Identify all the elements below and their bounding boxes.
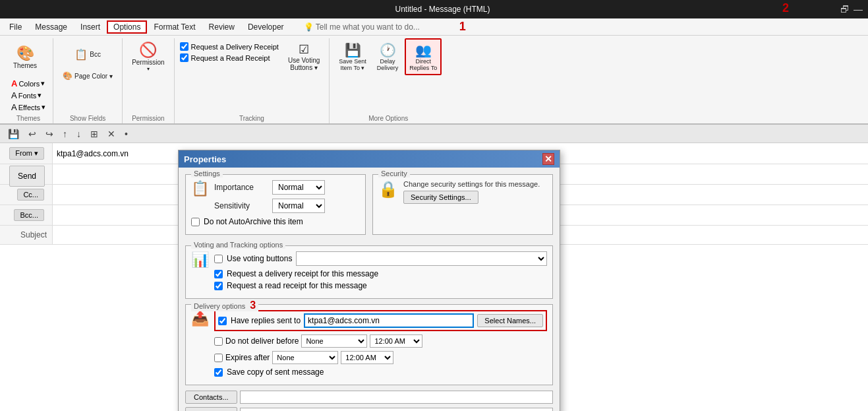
use-voting-checkbox[interactable] [214, 255, 223, 263]
delay-delivery-button[interactable]: 🕐 Delay Delivery [373, 38, 403, 75]
contacts-input[interactable] [240, 391, 553, 404]
close-quick-btn[interactable]: ✕ [105, 127, 118, 141]
themes-button[interactable]: 🎨 Themes [9, 38, 41, 75]
dialog-body: Settings 📋 Importance Normal Low High [179, 168, 560, 411]
ribbon: 🎨 Themes A Colors ▾ A Fonts ▾ A Effects … [0, 36, 868, 125]
delivery-section: Delivery options 3 📤 Have replies sent t… [185, 304, 553, 385]
bcc-button[interactable]: 📋 Bcc [59, 41, 117, 67]
have-replies-row: Have replies sent to Select Names... [214, 310, 547, 331]
restore-button[interactable]: 🗗 [840, 4, 850, 15]
autoarchive-checkbox[interactable] [191, 218, 200, 226]
settings-icon: 📋 [191, 180, 209, 197]
expires-after-date-select[interactable]: None [272, 351, 338, 364]
ribbon-group-themes: 🎨 Themes A Colors ▾ A Fonts ▾ A Effects … [4, 38, 53, 123]
voting-buttons-select[interactable] [296, 251, 547, 266]
menu-options[interactable]: Options [107, 20, 147, 34]
table-btn[interactable]: ⊞ [88, 127, 101, 141]
categories-button[interactable]: Categories ▾ [185, 407, 237, 411]
delivery-receipt-checkbox-row: Request a Delivery Receipt [180, 42, 279, 51]
security-description: Change security settings for this messag… [403, 180, 540, 188]
colors-button[interactable]: A Colors ▾ [9, 78, 47, 89]
quick-access-bar: 💾 ↩ ↪ ↑ ↓ ⊞ ✕ • [0, 125, 868, 143]
redo-btn[interactable]: ↪ [43, 127, 56, 141]
delivery-section-title: Delivery options 3 [191, 300, 258, 311]
direct-replies-icon: 👥 [415, 42, 432, 58]
delivery-receipt-dialog-label: Request a delivery receipt for this mess… [227, 269, 378, 278]
themes-buttons-row: 🎨 Themes [9, 38, 41, 75]
sensitivity-row: Sensitivity Normal Personal Private Conf… [214, 199, 325, 213]
do-not-deliver-checkbox[interactable] [214, 337, 223, 346]
do-not-deliver-time-select[interactable]: 12:00 AM [370, 334, 422, 348]
read-receipt-label: Request a Read Receipt [191, 54, 270, 62]
read-receipt-checkbox[interactable] [180, 53, 188, 62]
move-down-btn[interactable]: ↓ [74, 127, 84, 141]
categories-row: Categories ▾ [185, 407, 553, 411]
menu-developer[interactable]: Developer [241, 20, 291, 34]
dialog-close-button[interactable]: ✕ [542, 153, 554, 165]
menu-insert[interactable]: Insert [74, 20, 107, 34]
have-replies-checkbox[interactable] [218, 317, 227, 325]
direct-replies-button[interactable]: 👥 Direct Replies To [405, 38, 442, 75]
settings-section: Settings 📋 Importance Normal Low High [185, 174, 366, 235]
more-btn[interactable]: • [122, 127, 130, 141]
categories-input[interactable] [240, 408, 553, 412]
security-section: Security 🔒 Change security settings for … [372, 174, 553, 235]
themes-icon: 🎨 [16, 45, 34, 62]
step2-number: 2 [782, 1, 789, 15]
permission-button[interactable]: 🚫 Permission ▾ [128, 38, 168, 75]
save-sent-label: Save Sent [339, 58, 366, 65]
delivery-receipt-label: Request a Delivery Receipt [191, 43, 279, 51]
dialog-overlay: Properties ✕ Settings 📋 Importance [0, 143, 868, 411]
read-receipt-dialog-label: Request a read receipt for this message [227, 281, 367, 290]
have-replies-input[interactable] [304, 314, 473, 327]
select-names-button[interactable]: Select Names... [477, 314, 543, 327]
autoarchive-label: Do not AutoArchive this item [204, 217, 303, 226]
use-voting-button[interactable]: ☑ Use Voting Buttons ▾ [284, 38, 324, 75]
sensitivity-select[interactable]: Normal Personal Private Confidential [272, 199, 325, 213]
menu-file[interactable]: File [3, 20, 28, 34]
read-receipt-dialog-checkbox[interactable] [214, 282, 223, 290]
read-receipt-checkbox-row: Request a Read Receipt [180, 53, 279, 62]
move-up-btn[interactable]: ↑ [60, 127, 70, 141]
do-not-deliver-label: Do not deliver before [225, 336, 299, 346]
delivery-receipt-checkbox[interactable] [180, 42, 188, 51]
save-quick-btn[interactable]: 💾 [5, 127, 22, 141]
have-replies-label: Have replies sent to [231, 316, 301, 325]
menu-bar: File Message Insert Options Format Text … [0, 18, 868, 36]
tell-me[interactable]: 💡 Tell me what you want to do... [304, 22, 420, 32]
undo-btn[interactable]: ↩ [26, 127, 39, 141]
step3-number: 3 [250, 300, 256, 311]
importance-select[interactable]: Normal Low High [272, 180, 325, 195]
menu-review[interactable]: Review [202, 20, 241, 34]
ribbon-group-tracking: Request a Delivery Receipt Request a Rea… [175, 38, 330, 123]
use-voting-row: Use voting buttons [214, 251, 547, 266]
direct-replies-label: Direct [416, 58, 432, 65]
security-settings-button[interactable]: Security Settings... [403, 191, 478, 204]
save-copy-checkbox[interactable] [214, 368, 223, 377]
importance-row: Importance Normal Low High [214, 180, 325, 195]
effects-label: Effects [18, 104, 40, 111]
menu-format-text[interactable]: Format Text [147, 20, 202, 34]
minimize-button[interactable]: — [854, 4, 863, 15]
do-not-deliver-date-select[interactable]: None [301, 334, 367, 348]
voting-section: Voting and Tracking options 📊 Use voting… [185, 245, 553, 299]
fonts-button[interactable]: A Fonts ▾ [9, 90, 47, 101]
expires-after-checkbox[interactable] [214, 354, 223, 362]
delay-label: Delay [380, 58, 395, 65]
menu-message[interactable]: Message [28, 20, 74, 34]
save-copy-label: Save copy of sent message [227, 367, 324, 377]
use-voting-label: Use voting buttons [227, 254, 292, 263]
effects-button[interactable]: A Effects ▾ [9, 102, 47, 113]
delivery-receipt-dialog-checkbox[interactable] [214, 270, 223, 278]
bcc-label: Bcc [90, 51, 101, 58]
expires-after-time-select[interactable]: 12:00 AM [341, 351, 393, 364]
permission-label: Permission [132, 59, 164, 66]
contacts-button[interactable]: Contacts... [185, 391, 237, 404]
themes-group-label: Themes [9, 113, 47, 122]
autoarchive-row: Do not AutoArchive this item [191, 217, 360, 226]
page-color-button[interactable]: 🎨 Page Color ▾ [59, 69, 117, 82]
title-bar: Untitled - Message (HTML) 🗗 — [0, 0, 868, 18]
save-sent-button[interactable]: 💾 Save Sent Item To ▾ [335, 38, 370, 75]
voting-section-title: Voting and Tracking options [191, 241, 285, 249]
themes-label: Themes [13, 62, 37, 69]
